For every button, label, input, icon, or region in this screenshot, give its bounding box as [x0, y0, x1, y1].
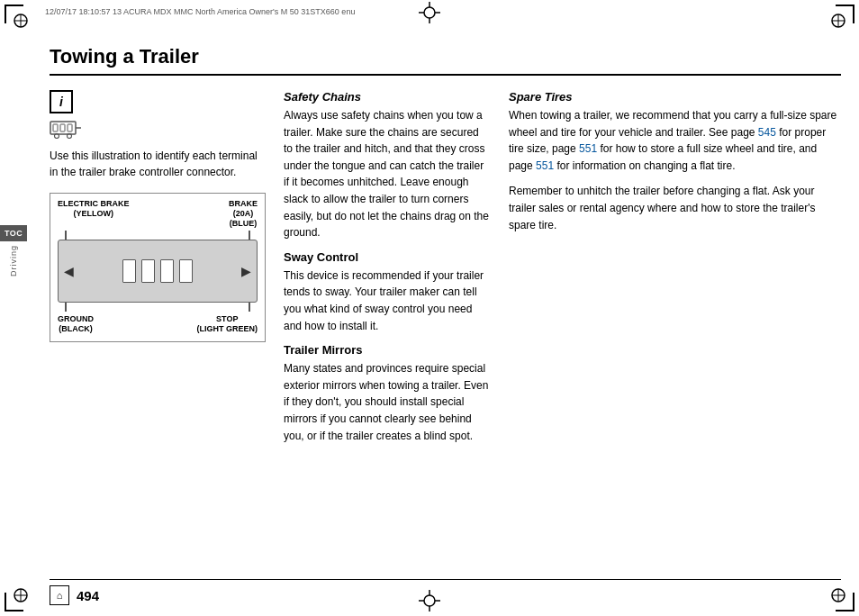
toc-label[interactable]: TOC	[0, 225, 27, 241]
corner-bracket-tr	[821, 4, 855, 38]
spare-tires-text: When towing a trailer, we recommend that…	[509, 107, 841, 174]
arrow-right: ▶	[241, 264, 251, 278]
safety-chains-text: Always use safety chains when you tow a …	[284, 107, 491, 241]
middle-column: Safety Chains Always use safety chains w…	[284, 90, 491, 453]
trailer-icon	[50, 119, 82, 139]
vline-right-top	[249, 231, 250, 240]
vline-right-bottom	[249, 303, 250, 312]
label-ground: GROUND(BLACK)	[58, 314, 94, 334]
svg-rect-23	[53, 124, 58, 131]
corner-bracket-bl	[4, 578, 38, 612]
home-icon[interactable]: ⌂	[50, 585, 69, 605]
safety-chains-title: Safety Chains	[284, 90, 491, 104]
terminal-group	[122, 259, 193, 283]
terminal-4	[179, 259, 193, 283]
diagram-top-labels: ELECTRIC BRAKE(YELLOW) BRAKE(20A)(BLUE)	[58, 199, 258, 228]
crosshair-top	[419, 2, 440, 26]
link-page-551a[interactable]: 551	[579, 142, 597, 155]
sway-control-title: Sway Control	[284, 250, 491, 264]
page-number: 494	[77, 588, 99, 603]
vline-left-bottom	[65, 303, 67, 312]
vline-left-top	[65, 231, 67, 240]
trailer-mirrors-section: Trailer Mirrors Many states and province…	[284, 343, 491, 444]
diagram-top-lines	[58, 231, 258, 240]
page-footer: ⌂ 494	[50, 579, 841, 605]
svg-rect-24	[60, 124, 65, 131]
info-icons: i	[50, 90, 266, 139]
terminal-3	[160, 259, 174, 283]
spare-tires-title: Spare Tires	[509, 90, 841, 104]
page-timestamp: 12/07/17 18:10:57 13 ACURA MDX MMC North…	[45, 7, 355, 16]
right-column: Spare Tires When towing a trailer, we re…	[509, 90, 841, 453]
connector-body: ◀ ▶	[58, 240, 258, 303]
trailer-mirrors-title: Trailer Mirrors	[284, 343, 491, 357]
diagram-bottom-lines	[58, 303, 258, 312]
corner-bracket-tl	[4, 4, 38, 38]
svg-point-12	[424, 7, 435, 18]
diagram-bottom-labels: GROUND(BLACK) STOP(LIGHT GREEN)	[58, 314, 258, 334]
left-column: i Use this illustration to identify each…	[50, 90, 266, 453]
toc-sidebar: TOC Driving	[0, 225, 27, 276]
label-stop: STOP(LIGHT GREEN)	[197, 314, 258, 334]
page-title: Towing a Trailer	[50, 45, 841, 76]
connector-diagram: ELECTRIC BRAKE(YELLOW) BRAKE(20A)(BLUE) …	[50, 193, 266, 342]
svg-rect-25	[68, 124, 72, 131]
spare-tires-unhitch-text: Remember to unhitch the trailer before c…	[509, 183, 841, 233]
columns-container: i Use this illustration to identify each…	[50, 90, 841, 453]
spare-tires-section: Spare Tires When towing a trailer, we re…	[509, 90, 841, 233]
info-icon: i	[50, 90, 73, 113]
terminal-1	[122, 259, 136, 283]
driving-label: Driving	[9, 245, 18, 276]
link-page-551b[interactable]: 551	[536, 159, 554, 172]
label-brake: BRAKE(20A)(BLUE)	[229, 199, 258, 228]
safety-chains-section: Safety Chains Always use safety chains w…	[284, 90, 491, 241]
link-page-545[interactable]: 545	[758, 126, 776, 139]
left-intro-text: Use this illustration to identify each t…	[50, 148, 266, 180]
spare-tires-body4: for information on changing a flat tire.	[554, 159, 735, 172]
page-content: Towing a Trailer i	[50, 45, 841, 571]
sway-control-section: Sway Control This device is recommended …	[284, 250, 491, 334]
terminal-2	[141, 259, 155, 283]
sway-control-text: This device is recommended if your trail…	[284, 267, 491, 334]
label-electric-brake: ELECTRIC BRAKE(YELLOW)	[58, 199, 130, 228]
trailer-mirrors-text: Many states and provinces require specia…	[284, 360, 491, 444]
arrow-left: ◀	[64, 264, 74, 278]
